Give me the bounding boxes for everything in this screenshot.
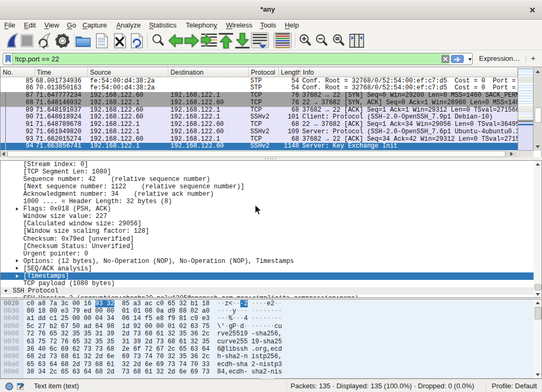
- svg-text:0101: 0101: [98, 42, 105, 46]
